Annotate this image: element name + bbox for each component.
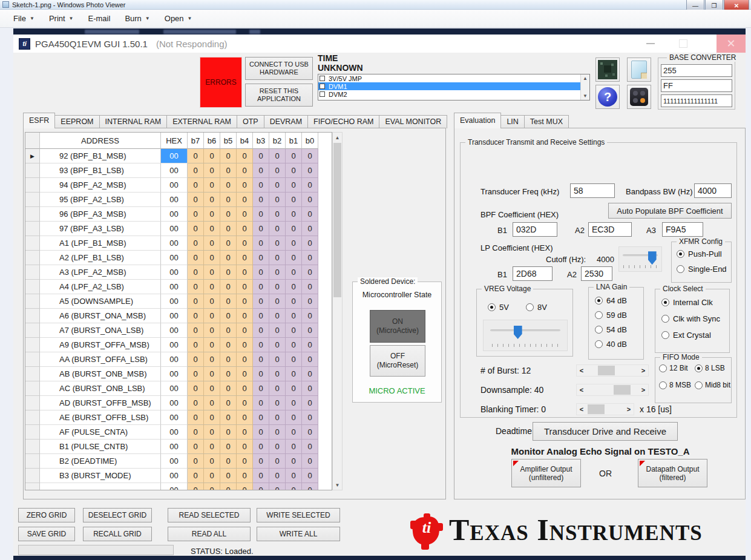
bit-cell[interactable]: 0 bbox=[269, 381, 286, 396]
bit-cell[interactable]: 0 bbox=[286, 236, 302, 251]
radio-option-single-end[interactable]: Single-End bbox=[677, 265, 727, 274]
tab-internal-ram[interactable]: INTERNAL RAM bbox=[99, 115, 168, 128]
address-cell[interactable]: B1 (PULSE_CNTB) bbox=[40, 440, 161, 454]
address-cell[interactable]: 94 (BPF_A2_MSB) bbox=[40, 178, 161, 193]
bit-cell[interactable]: 0 bbox=[253, 396, 269, 410]
menu-item-burn[interactable]: Burn▼ bbox=[117, 12, 157, 25]
footer-button-read-all[interactable]: READ ALL bbox=[168, 527, 251, 541]
bit-cell[interactable]: 0 bbox=[220, 425, 237, 440]
bit-cell[interactable]: 0 bbox=[302, 381, 318, 396]
address-cell[interactable]: 95 (BPF_A2_LSB) bbox=[40, 193, 161, 207]
bit-cell[interactable]: 0 bbox=[204, 396, 220, 410]
tab-eeprom[interactable]: EEPROM bbox=[54, 115, 99, 128]
bit-cell[interactable]: 0 bbox=[253, 367, 269, 381]
radio-option-8-lsb[interactable]: 8 LSB bbox=[695, 364, 730, 372]
address-cell[interactable]: AD (BURST_OFFB_MSB) bbox=[40, 396, 161, 410]
scroll-down-icon[interactable]: ▼ bbox=[583, 93, 588, 99]
bit-cell[interactable]: 0 bbox=[269, 207, 286, 222]
micro-off-button[interactable]: OFF(MicroReset) bbox=[370, 345, 425, 377]
bit-cell[interactable]: 0 bbox=[188, 309, 204, 323]
app-maximize-button[interactable] bbox=[679, 39, 687, 48]
address-cell[interactable]: A2 (LPF_B1_LSB) bbox=[40, 251, 161, 265]
hex-cell[interactable]: 00 bbox=[161, 483, 188, 490]
bit-cell[interactable]: 0 bbox=[188, 193, 204, 207]
bit-cell[interactable]: 0 bbox=[188, 396, 204, 410]
bit-cell[interactable]: 0 bbox=[253, 381, 269, 396]
row-selector-cell[interactable] bbox=[25, 440, 40, 454]
bit-cell[interactable]: 0 bbox=[253, 251, 269, 265]
table-row[interactable]: 97 (BPF_A3_LSB)0000000000 bbox=[25, 222, 332, 236]
bit-cell[interactable]: 0 bbox=[253, 440, 269, 454]
footer-button-save-grid[interactable]: SAVE GRID bbox=[18, 527, 75, 541]
scrollbar-thumb[interactable] bbox=[588, 404, 605, 414]
scrollbar-thumb[interactable] bbox=[614, 385, 631, 395]
radio-option-54-db[interactable]: 54 dB bbox=[595, 325, 627, 334]
table-row[interactable]: AF (PULSE_CNTA)0000000000 bbox=[25, 425, 332, 440]
address-cell[interactable]: B3 (BURST_MODE) bbox=[40, 469, 161, 483]
address-cell[interactable]: A4 (LPF_A2_LSB) bbox=[40, 280, 161, 294]
bit-cell[interactable]: 0 bbox=[188, 352, 204, 367]
scroll-right-icon[interactable]: > bbox=[638, 367, 648, 374]
bit-cell[interactable]: 0 bbox=[302, 469, 318, 483]
bit-cell[interactable]: 0 bbox=[286, 280, 302, 294]
bit-cell[interactable]: 0 bbox=[286, 469, 302, 483]
bit-cell[interactable]: 0 bbox=[286, 193, 302, 207]
bit-cell[interactable]: 0 bbox=[220, 454, 237, 469]
bit-cell[interactable]: 0 bbox=[188, 483, 204, 490]
bit-cell[interactable]: 0 bbox=[204, 149, 220, 163]
bit-cell[interactable]: 0 bbox=[269, 309, 286, 323]
address-cell[interactable]: AE (BURST_OFFB_LSB) bbox=[40, 410, 161, 425]
row-selector-cell[interactable] bbox=[25, 178, 40, 193]
connect-usb-button[interactable]: CONNECT TO USB HARDWARE bbox=[245, 57, 313, 80]
bit-cell[interactable]: 0 bbox=[237, 207, 253, 222]
bit-cell[interactable]: 0 bbox=[188, 236, 204, 251]
row-selector-cell[interactable]: ▶ bbox=[25, 149, 40, 163]
bit-cell[interactable]: 0 bbox=[220, 236, 237, 251]
bit-cell[interactable]: 0 bbox=[253, 469, 269, 483]
hex-cell[interactable]: 00 bbox=[161, 265, 188, 280]
hex-cell[interactable]: 00 bbox=[161, 410, 188, 425]
bit-cell[interactable]: 0 bbox=[220, 410, 237, 425]
table-row[interactable]: B2 (DEADTIME)0000000000 bbox=[25, 454, 332, 469]
footer-button-write-all[interactable]: WRITE ALL bbox=[257, 527, 340, 541]
bit-cell[interactable]: 0 bbox=[237, 309, 253, 323]
scroll-up-icon[interactable]: ▲ bbox=[583, 76, 588, 81]
bit-cell[interactable]: 0 bbox=[204, 178, 220, 193]
address-cell[interactable]: 97 (BPF_A3_LSB) bbox=[40, 222, 161, 236]
bit-cell[interactable]: 0 bbox=[253, 207, 269, 222]
footer-button-write-selected[interactable]: WRITE SELECTED bbox=[257, 508, 340, 522]
bit-cell[interactable]: 0 bbox=[302, 280, 318, 294]
list-item[interactable]: DVM2 bbox=[318, 90, 589, 98]
radio-option-8-msb[interactable]: 8 MSB bbox=[659, 381, 695, 389]
scroll-right-icon[interactable]: > bbox=[624, 406, 634, 413]
bit-cell[interactable]: 0 bbox=[286, 149, 302, 163]
bit-cell[interactable]: 0 bbox=[204, 280, 220, 294]
grid-scrollbar[interactable]: ▲ ▼ bbox=[332, 132, 343, 490]
tab-fifo-echo-ram[interactable]: FIFO/ECHO RAM bbox=[307, 115, 379, 128]
bit-cell[interactable]: 0 bbox=[204, 265, 220, 280]
bit-cell[interactable]: 0 bbox=[269, 222, 286, 236]
scroll-left-icon[interactable]: < bbox=[577, 367, 586, 374]
hex-cell[interactable]: 00 bbox=[161, 163, 188, 178]
hex-cell[interactable]: 00 bbox=[161, 251, 188, 265]
row-selector-cell[interactable] bbox=[25, 163, 40, 178]
address-cell[interactable]: A5 (DOWNSAMPLE) bbox=[40, 294, 161, 309]
bit-cell[interactable]: 0 bbox=[286, 440, 302, 454]
micro-on-button[interactable]: ON(MicroActive) bbox=[370, 310, 425, 343]
base-converter-hex-field[interactable]: FF bbox=[661, 79, 732, 92]
bit-cell[interactable]: 0 bbox=[220, 381, 237, 396]
table-row[interactable]: A6 (BURST_ONA_MSB)0000000000 bbox=[25, 309, 332, 323]
bit-cell[interactable]: 0 bbox=[220, 294, 237, 309]
bit-cell[interactable]: 0 bbox=[253, 338, 269, 352]
bit-cell[interactable]: 0 bbox=[302, 207, 318, 222]
bit-cell[interactable]: 0 bbox=[286, 352, 302, 367]
address-cell[interactable]: AF (PULSE_CNTA) bbox=[40, 425, 161, 440]
table-row[interactable]: ▶92 (BPF_B1_MSB)0000000000 bbox=[25, 149, 332, 163]
tab-esfr[interactable]: ESFR bbox=[23, 113, 55, 128]
bit-cell[interactable]: 0 bbox=[237, 425, 253, 440]
bit-cell[interactable]: 0 bbox=[286, 323, 302, 338]
bit-cell[interactable]: 0 bbox=[204, 367, 220, 381]
bit-cell[interactable]: 0 bbox=[220, 251, 237, 265]
menu-item-file[interactable]: File▼ bbox=[6, 12, 42, 25]
bit-cell[interactable]: 0 bbox=[204, 410, 220, 425]
